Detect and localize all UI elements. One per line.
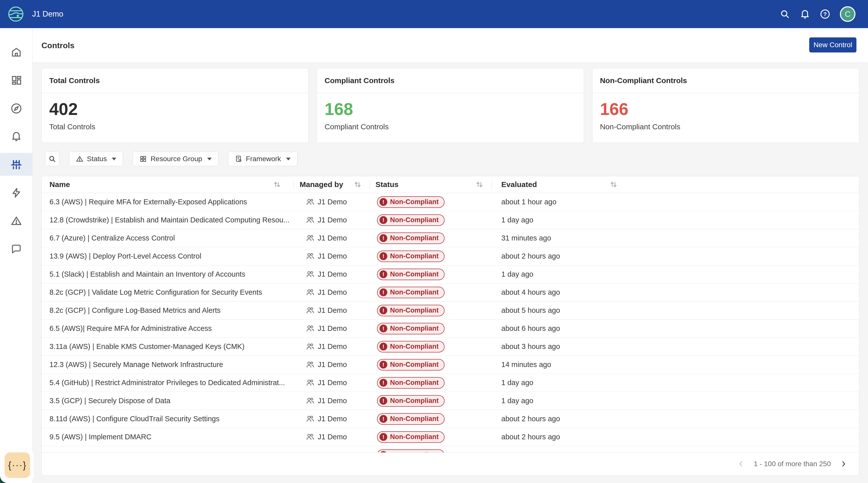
sort-icon[interactable] [273,180,281,189]
sidebar-item-controls[interactable] [0,153,33,176]
table-row[interactable]: 8.11d (AWS) | Configure CloudTrail Secur… [42,410,859,428]
managed-by-cell: J1 Demo [293,356,370,374]
table-body: 6.3 (AWS) | Require MFA for Externally-E… [42,193,859,452]
sidebar-item-home[interactable] [0,41,33,64]
sidebar-item-alerts[interactable] [0,125,33,148]
status-badge: ! Non-Compliant [377,323,444,334]
table-footer: 1 - 100 of more than 250 [42,452,859,475]
total-controls-card: Total Controls 402 Total Controls [41,68,308,143]
status-cell: ! Non-Compliant [370,320,492,337]
page-header: Controls New Control [33,28,868,63]
status-badge: ! Non-Compliant [377,413,444,425]
managed-by-cell: J1 Demo [293,265,370,283]
managed-by-cell: J1 Demo [293,428,370,446]
status-badge-label: Non-Compliant [390,433,438,441]
sidebar-item-explore[interactable] [0,97,33,120]
status-badge-label: Non-Compliant [390,216,438,224]
table-row[interactable]: 9.5 (AWS) | Implement DMARC J1 Demo ! No… [42,428,859,446]
column-header-evaluated[interactable]: Evaluated [492,176,859,193]
control-name[interactable]: 12.3 (AWS) | Securely Manage Network Inf… [42,356,293,374]
control-name[interactable]: 13.9 (AWS) | Deploy Port-Level Access Co… [42,247,293,265]
resource-group-filter[interactable]: Resource Group [133,152,218,166]
status-badge-label: Non-Compliant [390,343,438,350]
search-icon[interactable] [780,9,790,19]
table-row[interactable]: 6.3 (AWS) | Require MFA for Externally-E… [42,193,859,211]
alert-icon: ! [379,379,387,387]
help-icon[interactable]: ? [820,9,830,19]
control-name[interactable]: 8.2c (GCP) | Configure Log-Based Metrics… [42,301,293,319]
table-row[interactable]: 13.9 (AWS) | Deploy Port-Level Access Co… [42,247,859,265]
table-row[interactable]: ! Non-Compliant [42,446,859,452]
alert-icon: ! [379,343,387,350]
status-badge: ! Non-Compliant [377,196,444,208]
table-search-button[interactable] [45,152,60,166]
new-control-button[interactable]: New Control [809,37,857,53]
grid-icon [140,155,147,163]
table-row[interactable]: 8.2c (GCP) | Configure Log-Based Metrics… [42,301,859,320]
user-avatar[interactable]: C [840,6,856,22]
sort-icon[interactable] [475,180,484,189]
alert-icon: ! [379,288,387,296]
table-row[interactable]: 5.1 (Slack) | Establish and Maintain an … [42,265,859,283]
dashboard-grid-icon [10,74,22,86]
control-name[interactable]: 9.5 (AWS) | Implement DMARC [42,428,293,446]
status-badge: ! Non-Compliant [377,395,444,407]
sidebar-item-findings[interactable] [0,210,33,232]
next-page-icon[interactable] [839,460,848,468]
column-header-status[interactable]: Status [370,176,492,193]
status-badge: ! Non-Compliant [377,251,444,262]
control-name[interactable]: 5.1 (Slack) | Establish and Maintain an … [42,265,293,283]
notifications-bell-icon[interactable] [800,9,810,19]
control-name[interactable]: 6.3 (AWS) | Require MFA for Externally-E… [42,193,293,211]
sidebar-item-feedback[interactable] [0,237,33,260]
status-badge: ! Non-Compliant [377,359,444,371]
control-name[interactable]: 8.11d (AWS) | Configure CloudTrail Secur… [42,410,293,428]
table-row[interactable]: 3.5 (GCP) | Securely Dispose of Data J1 … [42,392,859,410]
control-name[interactable] [42,446,293,452]
alert-icon: ! [379,361,387,368]
topbar-actions: ? C [780,0,856,28]
managed-by-cell [293,446,370,452]
control-name[interactable]: 5.4 (GitHub) | Restrict Administrator Pr… [42,374,293,392]
managed-by-value: J1 Demo [318,234,347,242]
managed-by-cell: J1 Demo [293,247,370,265]
sidebar-item-automations[interactable] [0,181,33,204]
control-name[interactable]: 6.7 (Azure) | Centralize Access Control [42,229,293,247]
sort-icon[interactable] [609,180,618,189]
table-header: Name Managed by Status [42,176,859,193]
jupiterone-logo-icon[interactable] [7,6,24,22]
status-badge: ! Non-Compliant [377,305,444,316]
table-row[interactable]: 6.7 (Azure) | Centralize Access Control … [42,229,859,247]
table-row[interactable]: 5.4 (GitHub) | Restrict Administrator Pr… [42,374,859,392]
controls-table: Name Managed by Status [41,176,859,476]
control-name[interactable]: 6.5 (AWS)| Require MFA for Administrativ… [42,320,293,337]
control-name[interactable]: 12.8 (Crowdstrike) | Establish and Maint… [42,211,293,229]
framework-filter[interactable]: Framework [228,152,298,166]
table-row[interactable]: 8.2c (GCP) | Validate Log Metric Configu… [42,283,859,301]
status-cell: ! Non-Compliant [370,211,492,229]
alert-icon: ! [379,234,387,242]
people-icon [306,342,314,351]
column-header-managed-by[interactable]: Managed by [293,176,370,193]
status-cell: ! Non-Compliant [370,229,492,247]
table-row[interactable]: 12.8 (Crowdstrike) | Establish and Maint… [42,211,859,229]
sort-icon[interactable] [353,180,362,189]
control-name[interactable]: 3.11a (AWS) | Enable KMS Customer-Manage… [42,337,293,355]
alert-icon: ! [379,397,387,405]
table-row[interactable]: 12.3 (AWS) | Securely Manage Network Inf… [42,356,859,374]
managed-by-value: J1 Demo [318,306,347,315]
table-row[interactable]: 3.11a (AWS) | Enable KMS Customer-Manage… [42,337,859,356]
query-console-button[interactable]: {···} [4,452,30,478]
people-icon [306,306,314,315]
chevron-down-icon [112,158,116,160]
table-row[interactable]: 6.5 (AWS)| Require MFA for Administrativ… [42,320,859,337]
control-name[interactable]: 3.5 (GCP) | Securely Dispose of Data [42,392,293,410]
managed-by-value: J1 Demo [318,433,347,441]
card-label: Compliant Controls [324,123,576,131]
control-name[interactable]: 8.2c (GCP) | Validate Log Metric Configu… [42,283,293,301]
sidebar-item-dashboards[interactable] [0,69,33,92]
status-filter[interactable]: Status [69,152,123,166]
status-badge: ! Non-Compliant [377,232,444,244]
column-header-name[interactable]: Name [42,176,293,193]
braces-icon: {···} [8,460,26,471]
